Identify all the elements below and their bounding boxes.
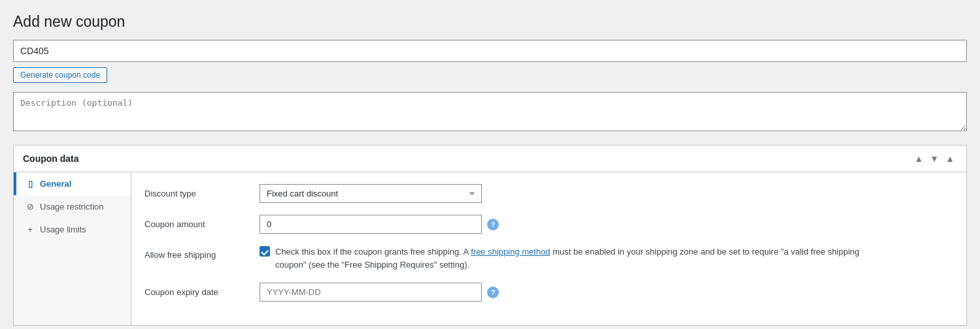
panel-down-button[interactable]: ▼ (927, 152, 941, 165)
discount-type-field: Percentage discount Fixed cart discount … (260, 184, 953, 203)
panel-up-button[interactable]: ▲ (911, 152, 926, 165)
panel-controls: ▲ ▼ ▲ (911, 152, 957, 165)
free-shipping-description: Check this box if the coupon grants free… (275, 245, 864, 271)
page-title: Add new coupon (13, 13, 967, 31)
tag-icon: ▯ (25, 180, 35, 189)
generate-coupon-code-button[interactable]: Generate coupon code (13, 67, 107, 83)
free-shipping-checkbox-row: Check this box if the coupon grants free… (260, 245, 864, 271)
coupon-amount-field: ? (260, 215, 953, 234)
allow-free-shipping-row: Allow free shipping Check this box if th… (144, 245, 953, 271)
sidebar-item-usage-limits-label: Usage limits (40, 225, 86, 234)
free-shipping-method-link[interactable]: free shipping method (471, 247, 550, 257)
discount-type-select[interactable]: Percentage discount Fixed cart discount … (260, 184, 482, 203)
panel-title: Coupon data (23, 153, 79, 164)
coupon-amount-label: Coupon amount (144, 215, 249, 229)
allow-free-shipping-field: Check this box if the coupon grants free… (260, 245, 953, 271)
description-textarea[interactable] (13, 92, 967, 131)
coupon-expiry-date-field: ? (260, 283, 953, 302)
coupon-code-input[interactable] (13, 40, 967, 62)
sidebar-item-usage-restriction[interactable]: ⊘ Usage restriction (14, 195, 131, 218)
coupon-amount-help-icon: ? (487, 219, 499, 230)
panel-content: Discount type Percentage discount Fixed … (131, 172, 966, 325)
coupon-expiry-date-row: Coupon expiry date ? (144, 283, 953, 302)
coupon-expiry-date-help-icon: ? (487, 287, 499, 298)
free-shipping-checkbox[interactable] (260, 246, 270, 257)
panel-body: ▯ General ⊘ Usage restriction + Usage li… (14, 172, 966, 325)
sidebar-item-usage-restriction-label: Usage restriction (40, 202, 104, 212)
coupon-expiry-date-input[interactable] (260, 283, 482, 302)
discount-type-label: Discount type (144, 184, 249, 198)
panel-header: Coupon data ▲ ▼ ▲ (14, 146, 966, 172)
allow-free-shipping-label: Allow free shipping (144, 245, 249, 260)
coupon-amount-row: Coupon amount ? (144, 215, 953, 234)
sidebar-item-general[interactable]: ▯ General (14, 172, 131, 195)
sidebar-item-general-label: General (40, 179, 71, 189)
coupon-data-panel: Coupon data ▲ ▼ ▲ ▯ General ⊘ Usage rest… (13, 145, 967, 326)
plus-icon: + (25, 225, 35, 234)
sidebar-item-usage-limits[interactable]: + Usage limits (14, 218, 131, 241)
panel-close-button[interactable]: ▲ (943, 152, 957, 165)
ban-icon: ⊘ (25, 202, 35, 212)
coupon-expiry-date-label: Coupon expiry date (144, 283, 249, 297)
discount-type-row: Discount type Percentage discount Fixed … (144, 184, 953, 203)
coupon-amount-input[interactable] (260, 215, 482, 234)
panel-sidebar: ▯ General ⊘ Usage restriction + Usage li… (14, 172, 131, 325)
